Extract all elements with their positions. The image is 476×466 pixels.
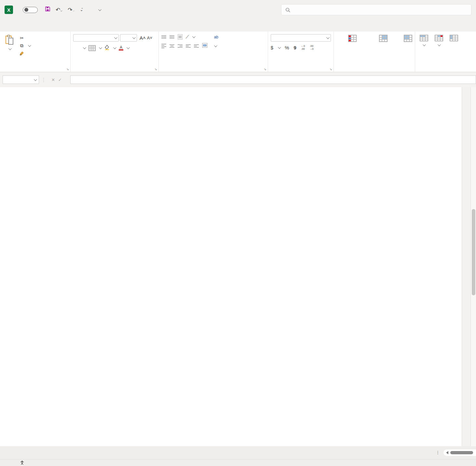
dollar-icon[interactable]: $ xyxy=(271,45,273,50)
excel-window: X ↶ ↷ ⌄̄ xyxy=(0,0,476,466)
comma-icon[interactable]: 9 xyxy=(294,45,296,50)
accessibility-icon xyxy=(20,460,24,465)
align-bottom-icon[interactable] xyxy=(178,34,183,40)
increase-decimal-icon[interactable]: ←0.00 xyxy=(301,45,305,51)
sheet-right-margin xyxy=(462,87,470,446)
align-center-icon[interactable] xyxy=(170,44,174,48)
ribbon-tabs xyxy=(0,20,476,32)
insert-cells-icon xyxy=(420,35,428,41)
font-size-up-icon[interactable]: A˄ xyxy=(140,35,146,41)
dialog-launcher-icon[interactable]: ⇘ xyxy=(264,68,266,71)
quick-access-toolbar: ↶ ↷ ⌄̄ xyxy=(45,6,83,13)
format-as-table-icon xyxy=(379,35,388,42)
format-painter-button[interactable] xyxy=(19,51,30,57)
chevron-down-icon xyxy=(34,78,37,81)
font-size-down-icon[interactable]: A˅ xyxy=(147,35,152,40)
cancel-icon[interactable]: ✕ xyxy=(51,77,55,82)
number-format-select[interactable] xyxy=(271,34,331,42)
name-box[interactable] xyxy=(3,75,39,84)
cell-styles-icon xyxy=(404,35,412,42)
toggle-knob xyxy=(24,8,28,12)
font-name-select[interactable] xyxy=(73,34,119,42)
autosave-pill[interactable] xyxy=(23,7,38,13)
cut-button[interactable]: ✂ xyxy=(19,35,30,41)
chevron-down-icon xyxy=(132,36,136,39)
undo-icon[interactable]: ↶ xyxy=(56,7,62,13)
enter-icon[interactable]: ✓ xyxy=(58,77,62,82)
redo-icon[interactable]: ↷ xyxy=(68,7,75,13)
delete-cells-icon xyxy=(435,35,443,41)
chevron-down-icon xyxy=(114,36,117,39)
font-group: A˄ A˅ A ⇘ xyxy=(71,32,159,72)
sheet-tab-bar: ⋮ xyxy=(0,446,476,459)
scissors-icon: ✂ xyxy=(19,35,25,41)
orientation-icon[interactable]: ⟋ xyxy=(186,34,189,40)
merge-center-icon xyxy=(202,43,208,49)
formula-input[interactable] xyxy=(70,75,476,84)
wrap-text-icon: ab xyxy=(214,35,218,39)
search-input[interactable] xyxy=(281,4,471,15)
chevron-down-icon xyxy=(192,35,196,38)
increase-indent-icon[interactable] xyxy=(194,44,199,48)
chevron-down-icon xyxy=(8,47,11,50)
delete-cells-button[interactable] xyxy=(433,34,445,66)
conditional-formatting-button[interactable] xyxy=(336,34,368,66)
align-left-icon[interactable] xyxy=(161,43,166,49)
format-cells-icon xyxy=(450,35,458,41)
decrease-indent-icon[interactable] xyxy=(186,44,191,48)
dialog-launcher-icon[interactable]: ⇘ xyxy=(330,68,332,71)
chevron-down-icon xyxy=(113,46,116,49)
dialog-launcher-icon[interactable]: ⇘ xyxy=(66,68,69,71)
chevron-down-icon xyxy=(28,44,31,47)
conditional-formatting-icon xyxy=(348,35,357,42)
search-icon xyxy=(285,7,290,12)
number-group: $ % 9 ←0.00 .00→0 ⇘ xyxy=(268,32,334,72)
paste-button[interactable] xyxy=(3,34,16,66)
align-middle-icon[interactable] xyxy=(170,34,174,39)
chevron-down-icon xyxy=(438,43,441,46)
copy-icon: ⧉ xyxy=(19,43,25,48)
percent-icon[interactable]: % xyxy=(285,45,289,50)
document-title[interactable] xyxy=(96,9,101,11)
kebab-icon[interactable]: ⋮ xyxy=(436,450,440,455)
align-top-icon[interactable] xyxy=(161,34,166,39)
styles-group xyxy=(334,32,415,72)
chevron-down-icon xyxy=(127,46,130,49)
vertical-scrollbar-thumb[interactable] xyxy=(472,209,475,295)
insert-cells-button[interactable] xyxy=(418,34,430,66)
horizontal-scrollbar[interactable] xyxy=(443,449,476,456)
chevron-down-icon xyxy=(326,36,330,39)
excel-logo[interactable]: X xyxy=(5,6,13,14)
scroll-left-icon[interactable] xyxy=(446,451,448,454)
copy-button[interactable]: ⧉ xyxy=(19,43,30,48)
accessibility-status[interactable] xyxy=(20,460,26,465)
formula-bar: ⋮ ✕ ✓ xyxy=(0,72,476,87)
borders-icon[interactable] xyxy=(88,45,96,51)
chevron-down-icon xyxy=(423,43,426,46)
status-bar xyxy=(0,459,476,466)
chevron-down-icon xyxy=(278,46,281,49)
chevron-down-icon xyxy=(83,46,86,49)
save-icon[interactable] xyxy=(45,6,50,13)
clipboard-group: ✂ ⧉ ⇘ xyxy=(0,32,71,72)
format-as-table-button[interactable] xyxy=(371,34,396,66)
decrease-decimal-icon[interactable]: .00→0 xyxy=(309,45,313,51)
horizontal-scrollbar-thumb[interactable] xyxy=(450,451,473,454)
vertical-scrollbar[interactable] xyxy=(470,87,476,446)
alignment-group: ⟋ ab ⇘ xyxy=(159,32,268,72)
font-size-select[interactable] xyxy=(120,34,137,42)
align-right-icon[interactable] xyxy=(178,44,183,48)
chevron-down-icon xyxy=(99,46,102,49)
cell-styles-button[interactable] xyxy=(398,34,418,66)
autosave-toggle[interactable] xyxy=(21,7,38,13)
fill-color-icon[interactable] xyxy=(104,45,110,51)
chevron-down-icon xyxy=(214,44,217,47)
font-color-icon[interactable]: A xyxy=(119,46,123,50)
cells-group xyxy=(415,32,476,72)
dialog-launcher-icon[interactable]: ⇘ xyxy=(155,68,157,71)
outline-gutter xyxy=(0,87,10,446)
customize-quick-access-icon[interactable]: ⌄̄ xyxy=(80,7,83,12)
paste-clipboard-icon xyxy=(5,35,14,45)
format-cells-button[interactable] xyxy=(448,34,460,66)
chevron-down-icon xyxy=(98,8,102,11)
